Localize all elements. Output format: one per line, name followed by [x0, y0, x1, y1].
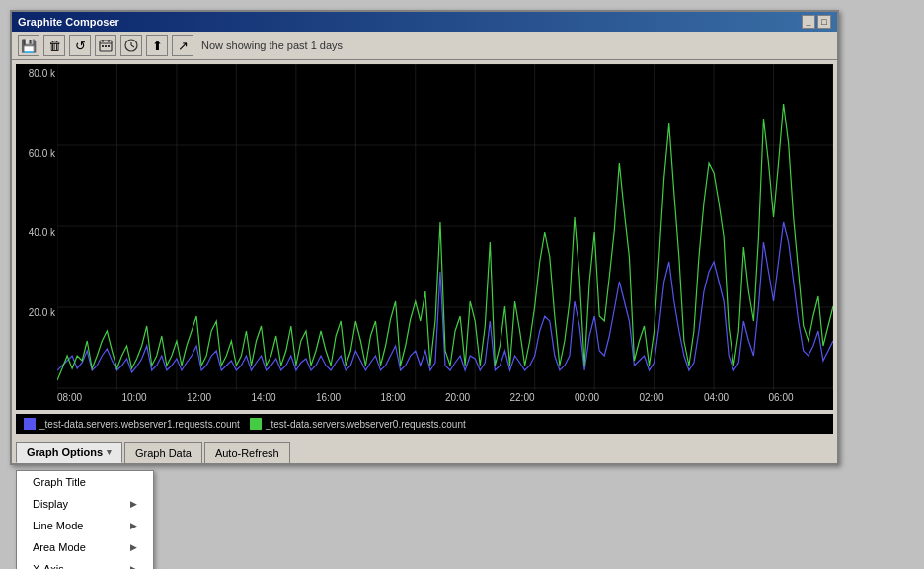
legend-color-1 [24, 418, 36, 430]
legend: _test-data.servers.webserver1.requests.c… [16, 414, 833, 434]
toolbar: 💾 🗑 ↺ ⬆ ↗ Now showing the past 1 days [12, 32, 837, 60]
x-label-1200: 12:00 [187, 390, 211, 410]
x-label-2000: 20:00 [445, 390, 470, 410]
x-label-2200: 22:00 [510, 390, 535, 410]
menu-item-area-mode-arrow: ▶ [130, 542, 137, 552]
x-label-1800: 18:00 [381, 390, 406, 410]
x-label-1000: 10:00 [122, 390, 147, 410]
x-label-0000: 00:00 [575, 390, 599, 410]
tab-bar: Graph Options ▾ Graph Data Auto-Refresh … [12, 438, 837, 463]
legend-label-2: _test-data.servers.webserver0.requests.c… [266, 419, 466, 430]
svg-rect-5 [105, 45, 107, 47]
delete-button[interactable]: 🗑 [43, 35, 65, 56]
svg-rect-4 [102, 45, 104, 47]
y-label-20k: 20.0 k [18, 307, 55, 318]
clock-button[interactable] [120, 35, 142, 56]
legend-color-2 [250, 418, 262, 430]
x-label-0800: 08:00 [57, 390, 82, 410]
refresh-button[interactable]: ↺ [69, 35, 91, 56]
menu-item-graph-title[interactable]: Graph Title [17, 471, 153, 493]
menu-item-x-axis[interactable]: X-Axis ▶ [17, 558, 153, 569]
x-label-1400: 14:00 [252, 390, 276, 410]
tab-graph-options-arrow: ▾ [107, 447, 112, 457]
menu-item-area-mode[interactable]: Area Mode ▶ [17, 536, 153, 558]
window-title: Graphite Composer [18, 16, 119, 28]
calendar-button[interactable] [95, 35, 116, 56]
menu-item-display-label: Display [33, 498, 68, 510]
svg-line-9 [131, 45, 134, 47]
menu-item-line-mode-arrow: ▶ [130, 521, 137, 530]
x-label-0600: 06:00 [769, 390, 794, 410]
x-axis-labels: 08:00 10:00 12:00 14:00 16:00 18:00 20:0… [57, 390, 833, 410]
graph-container: 80.0 k 60.0 k 40.0 k 20.0 k [16, 64, 833, 410]
menu-item-x-axis-arrow: ▶ [130, 564, 137, 569]
tab-auto-refresh[interactable]: Auto-Refresh [204, 442, 290, 463]
legend-item-1: _test-data.servers.webserver1.requests.c… [24, 418, 240, 430]
menu-item-x-axis-label: X-Axis [33, 563, 64, 569]
menu-item-line-mode-label: Line Mode [33, 520, 83, 531]
tab-graph-options-label: Graph Options [27, 447, 103, 458]
status-text: Now showing the past 1 days [201, 40, 343, 51]
menu-item-display[interactable]: Display ▶ [17, 493, 153, 515]
tab-graph-options[interactable]: Graph Options ▾ [16, 442, 122, 463]
tab-auto-refresh-label: Auto-Refresh [215, 447, 279, 459]
title-bar-buttons: _ □ [802, 15, 831, 29]
title-bar: Graphite Composer _ □ [12, 12, 837, 32]
legend-item-2: _test-data.servers.webserver0.requests.c… [250, 418, 466, 430]
y-label-60k: 60.0 k [18, 148, 55, 159]
graph-area [57, 64, 833, 390]
menu-item-line-mode[interactable]: Line Mode ▶ [17, 515, 153, 536]
upload-button[interactable]: ⬆ [146, 35, 168, 56]
x-label-0400: 04:00 [704, 390, 729, 410]
tab-graph-data[interactable]: Graph Data [124, 442, 202, 463]
menu-item-graph-title-label: Graph Title [33, 476, 86, 488]
tab-graph-data-label: Graph Data [135, 447, 192, 459]
maximize-button[interactable]: □ [817, 15, 831, 29]
legend-label-1: _test-data.servers.webserver1.requests.c… [39, 419, 240, 430]
main-window: Graphite Composer _ □ 💾 🗑 ↺ [10, 10, 839, 465]
svg-rect-6 [108, 45, 110, 47]
y-label-40k: 40.0 k [18, 227, 55, 238]
y-axis-labels: 80.0 k 60.0 k 40.0 k 20.0 k [16, 64, 57, 390]
y-label-80k: 80.0 k [18, 68, 55, 79]
menu-item-display-arrow: ▶ [130, 499, 137, 509]
x-label-1600: 16:00 [316, 390, 341, 410]
menu-item-area-mode-label: Area Mode [33, 541, 86, 553]
dropdown-menu: Graph Title Display ▶ Line Mode ▶ Area M… [16, 470, 154, 569]
minimize-button[interactable]: _ [802, 15, 815, 29]
export-button[interactable]: ↗ [172, 35, 193, 56]
x-label-0200: 02:00 [640, 390, 664, 410]
save-button[interactable]: 💾 [18, 35, 39, 56]
